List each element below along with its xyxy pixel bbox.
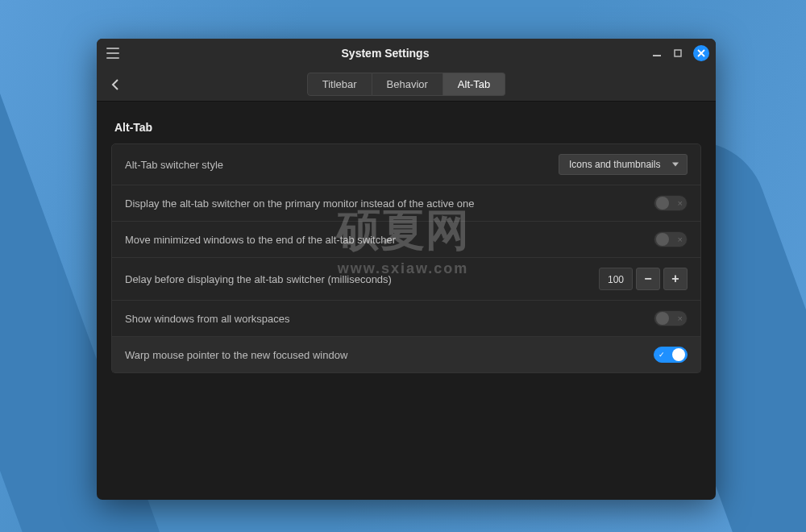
- tab-titlebar[interactable]: Titlebar: [307, 73, 372, 96]
- tab-behavior[interactable]: Behavior: [372, 73, 443, 96]
- svg-rect-1: [675, 50, 681, 56]
- maximize-button[interactable]: [669, 44, 687, 62]
- row-switcher-style: Alt-Tab switcher style Icons and thumbna…: [112, 144, 700, 185]
- dropdown-switcher-style[interactable]: Icons and thumbnails: [559, 154, 688, 175]
- label-move-minimized: Move minimized windows to the end of the…: [125, 234, 396, 246]
- tab-group: Titlebar Behavior Alt-Tab: [307, 73, 506, 96]
- stepper-delay: 100 − +: [599, 268, 688, 290]
- back-button[interactable]: [105, 73, 127, 96]
- toggle-primary-monitor[interactable]: [654, 195, 688, 211]
- row-move-minimized: Move minimized windows to the end of the…: [112, 222, 700, 258]
- row-all-workspaces: Show windows from all workspaces: [112, 301, 700, 337]
- titlebar: System Settings: [97, 39, 716, 68]
- label-delay: Delay before displaying the alt-tab swit…: [125, 273, 392, 285]
- content-area: Alt-Tab Alt-Tab switcher style Icons and…: [97, 102, 716, 393]
- close-button[interactable]: [693, 45, 709, 61]
- label-all-workspaces: Show windows from all workspaces: [125, 313, 289, 325]
- label-primary-monitor: Display the alt-tab switcher on the prim…: [125, 197, 475, 210]
- delay-increment-button[interactable]: +: [663, 268, 688, 290]
- delay-decrement-button[interactable]: −: [636, 268, 660, 290]
- label-switcher-style: Alt-Tab switcher style: [125, 159, 223, 171]
- minimize-button[interactable]: [648, 44, 666, 62]
- settings-window: System Settings Titlebar Behavior Alt-Ta…: [97, 39, 716, 500]
- settings-list: Alt-Tab switcher style Icons and thumbna…: [111, 143, 701, 373]
- window-title: System Settings: [342, 47, 430, 60]
- toggle-warp-pointer[interactable]: [654, 347, 688, 363]
- row-delay: Delay before displaying the alt-tab swit…: [112, 258, 700, 301]
- tab-alt-tab[interactable]: Alt-Tab: [443, 73, 505, 96]
- toggle-move-minimized[interactable]: [654, 231, 688, 247]
- delay-value[interactable]: 100: [599, 268, 633, 290]
- toggle-all-workspaces[interactable]: [654, 310, 688, 326]
- row-primary-monitor: Display the alt-tab switcher on the prim…: [112, 185, 700, 222]
- label-warp-pointer: Warp mouse pointer to the new focused wi…: [125, 349, 347, 361]
- row-warp-pointer: Warp mouse pointer to the new focused wi…: [112, 337, 700, 372]
- tabbar: Titlebar Behavior Alt-Tab: [97, 68, 716, 102]
- section-title: Alt-Tab: [114, 121, 701, 134]
- hamburger-menu-icon[interactable]: [103, 44, 123, 63]
- svg-rect-0: [653, 55, 661, 56]
